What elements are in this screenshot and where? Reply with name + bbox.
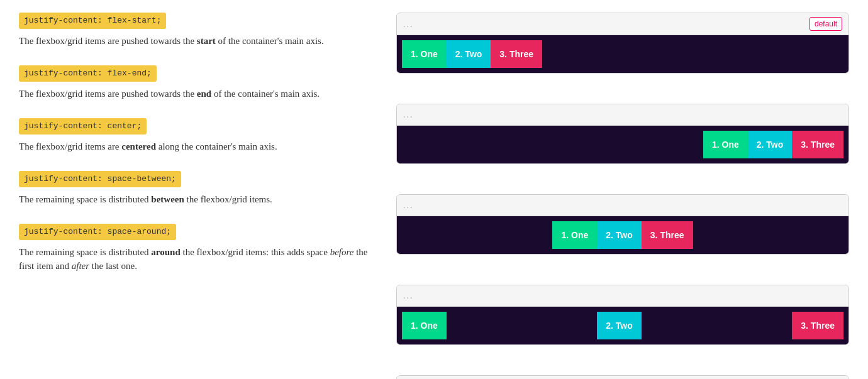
titlebar-space-around: ... bbox=[397, 376, 849, 379]
item-one-1: 1. One bbox=[402, 40, 447, 68]
demo-space-between: ... 1. One 2. Two 3. Three bbox=[396, 285, 849, 358]
titlebar-flex-start: ... default bbox=[397, 13, 849, 35]
titlebar-dots-3: ... bbox=[403, 199, 414, 212]
code-label-space-around: justify-content: space-around; bbox=[19, 224, 176, 240]
description-center: The flexbox/grid items are centered alon… bbox=[19, 140, 371, 154]
code-label-center: justify-content: center; bbox=[19, 118, 147, 135]
description-flex-start: The flexbox/grid items are pushed toward… bbox=[19, 34, 371, 48]
code-label-space-between: justify-content: space-between; bbox=[19, 171, 181, 187]
item-two-2: 2. Two bbox=[748, 131, 793, 158]
description-space-between: The remaining space is distributed betwe… bbox=[19, 192, 371, 207]
description-flex-end: The flexbox/grid items are pushed toward… bbox=[19, 87, 371, 101]
content-flex-end: 1. One 2. Two 3. Three bbox=[397, 126, 849, 163]
flex-container-center: 1. One 2. Two 3. Three bbox=[402, 221, 843, 249]
demo-flex-start: ... default 1. One 2. Two 3. Three bbox=[396, 13, 849, 86]
item-two-4: 2. Two bbox=[597, 312, 642, 339]
browser-flex-end: ... 1. One 2. Two 3. Three bbox=[396, 104, 849, 164]
titlebar-space-between: ... bbox=[397, 285, 849, 307]
item-one-2: 1. One bbox=[703, 131, 748, 158]
section-flex-end: justify-content: flex-end; The flexbox/g… bbox=[19, 65, 371, 101]
page-layout: justify-content: flex-start; The flexbox… bbox=[19, 13, 849, 379]
default-badge: default bbox=[810, 17, 842, 31]
flex-container-flex-end: 1. One 2. Two 3. Three bbox=[402, 131, 843, 158]
right-panel: ... default 1. One 2. Two 3. Three ... bbox=[396, 13, 849, 379]
demo-space-around: ... 1. One 2. Two 3. Three bbox=[396, 375, 849, 379]
content-space-between: 1. One 2. Two 3. Three bbox=[397, 307, 849, 344]
titlebar-center: ... bbox=[397, 195, 849, 216]
titlebar-dots-1: ... bbox=[403, 18, 414, 31]
titlebar-flex-end: ... bbox=[397, 104, 849, 126]
flex-container-space-between: 1. One 2. Two 3. Three bbox=[402, 312, 843, 339]
section-center: justify-content: center; The flexbox/gri… bbox=[19, 118, 371, 153]
demo-flex-end: ... 1. One 2. Two 3. Three bbox=[396, 104, 849, 177]
item-three-4: 3. Three bbox=[792, 312, 843, 339]
flex-container-flex-start: 1. One 2. Two 3. Three bbox=[402, 40, 843, 68]
section-space-between: justify-content: space-between; The rema… bbox=[19, 171, 371, 206]
titlebar-dots-4: ... bbox=[403, 289, 414, 302]
item-one-4: 1. One bbox=[402, 312, 447, 339]
browser-flex-start: ... default 1. One 2. Two 3. Three bbox=[396, 13, 849, 74]
titlebar-dots-2: ... bbox=[403, 108, 414, 121]
browser-center: ... 1. One 2. Two 3. Three bbox=[396, 194, 849, 255]
demo-center: ... 1. One 2. Two 3. Three bbox=[396, 194, 849, 267]
content-flex-start: 1. One 2. Two 3. Three bbox=[397, 35, 849, 73]
code-label-flex-end: justify-content: flex-end; bbox=[19, 65, 157, 82]
item-two-3: 2. Two bbox=[597, 221, 642, 249]
item-three-2: 3. Three bbox=[792, 131, 843, 158]
section-space-around: justify-content: space-around; The remai… bbox=[19, 224, 371, 273]
code-label-flex-start: justify-content: flex-start; bbox=[19, 13, 166, 29]
browser-space-between: ... 1. One 2. Two 3. Three bbox=[396, 285, 849, 345]
content-center: 1. One 2. Two 3. Three bbox=[397, 216, 849, 254]
item-two-1: 2. Two bbox=[447, 40, 491, 68]
description-space-around: The remaining space is distributed aroun… bbox=[19, 245, 371, 273]
item-one-3: 1. One bbox=[552, 221, 597, 249]
section-flex-start: justify-content: flex-start; The flexbox… bbox=[19, 13, 371, 48]
item-three-3: 3. Three bbox=[642, 221, 693, 249]
browser-space-around: ... 1. One 2. Two 3. Three bbox=[396, 375, 849, 379]
left-panel: justify-content: flex-start; The flexbox… bbox=[19, 13, 371, 291]
item-three-1: 3. Three bbox=[491, 40, 542, 68]
